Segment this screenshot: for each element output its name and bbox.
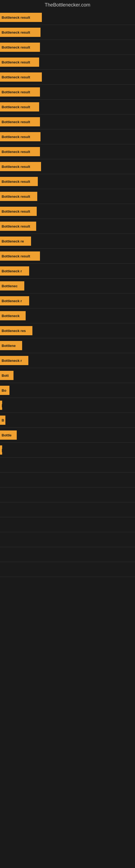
bottleneck-bar[interactable]: Bo	[0, 386, 9, 395]
bottleneck-bar[interactable]: Bottleneck result	[0, 72, 42, 82]
bar-row: Bottleneck result	[0, 40, 135, 55]
bar-label: Bottleneck result	[2, 209, 30, 214]
bar-row: Bottlenec	[0, 279, 135, 293]
bottleneck-bar[interactable]: Bottleneck result	[0, 132, 41, 141]
bar-row	[0, 488, 135, 502]
bar-label: Bottleneck result	[2, 90, 30, 94]
bar-row: Bottleneck result	[0, 129, 135, 144]
bar-row: Bottle	[0, 428, 135, 442]
bar-label: Bottle	[2, 433, 12, 437]
bottleneck-bar[interactable]: Bottleneck	[0, 311, 26, 320]
bottleneck-bar[interactable]: |	[0, 445, 2, 455]
bar-row: Bott	[0, 368, 135, 383]
bar-row	[0, 458, 135, 472]
bottleneck-bar[interactable]: Bottleneck result	[0, 207, 37, 216]
bottleneck-bar[interactable]: Bottleneck r	[0, 296, 29, 305]
bar-label: Bottleneck	[2, 314, 19, 318]
bar-label: |	[2, 448, 2, 452]
bar-label: Bottleneck r	[2, 299, 22, 303]
bottleneck-bar[interactable]: Bottleneck result	[0, 192, 37, 201]
bottleneck-bar[interactable]: Bottleneck r	[0, 267, 29, 276]
bar-label: Bottleneck result	[2, 60, 30, 64]
bottleneck-bar[interactable]: Bottleneck result	[0, 147, 40, 156]
bar-row: B	[0, 413, 135, 428]
bar-row: Bottleneck result	[0, 10, 135, 25]
bottleneck-bar[interactable]: Bottlene	[0, 341, 22, 350]
bottleneck-bar[interactable]: Bottleneck result	[0, 102, 39, 112]
bar-row: Bottleneck r	[0, 293, 135, 308]
bar-row: Bottleneck result	[0, 189, 135, 204]
bar-row: Bottleneck r	[0, 264, 135, 278]
bar-row: Bottleneck result	[0, 159, 135, 174]
bar-row: Bottleneck result	[0, 25, 135, 40]
bar-row	[0, 502, 135, 517]
bottleneck-bar[interactable]: B	[0, 415, 5, 425]
bottleneck-bar[interactable]: Bottleneck result	[0, 28, 41, 37]
bar-label: Bottleneck result	[2, 16, 30, 20]
bar-label: Bottleneck result	[2, 254, 30, 258]
bar-label: Bottleneck r	[2, 359, 22, 363]
bar-label: Bo	[2, 389, 6, 393]
bar-row: Bottleneck result	[0, 55, 135, 69]
bar-row	[0, 562, 135, 577]
bar-row: Bottleneck re	[0, 234, 135, 248]
bar-row	[0, 532, 135, 547]
bar-row	[0, 547, 135, 562]
bar-label: Bottleneck res	[2, 329, 26, 333]
bar-label: Bottleneck result	[2, 75, 30, 79]
bar-row: |	[0, 398, 135, 412]
bottleneck-bar[interactable]: |	[0, 401, 2, 410]
bottleneck-bar[interactable]: Bottleneck result	[0, 87, 40, 97]
bar-label: Bottleneck result	[2, 224, 30, 228]
site-title: TheBottlenecker.com	[0, 0, 135, 10]
bar-label: Bottleneck result	[2, 30, 30, 34]
bar-row: Bottleneck result	[0, 115, 135, 129]
bar-row: |	[0, 443, 135, 457]
bottleneck-bar[interactable]: Bottleneck result	[0, 177, 38, 186]
bar-row: Bottleneck r	[0, 353, 135, 368]
bar-row: Bo	[0, 383, 135, 398]
bar-label: Bottleneck result	[2, 150, 30, 154]
bar-row: Bottleneck result	[0, 219, 135, 234]
bar-label: Bottleneck result	[2, 135, 30, 139]
bottleneck-bar[interactable]: Bottleneck result	[0, 13, 42, 22]
bar-row: Bottleneck result	[0, 70, 135, 84]
bar-row: Bottleneck result	[0, 249, 135, 264]
bar-label: Bottleneck result	[2, 105, 30, 109]
bar-label: Bott	[2, 373, 9, 378]
bar-row: Bottleneck res	[0, 323, 135, 338]
bar-label: |	[2, 403, 2, 407]
bar-label: Bottlene	[2, 344, 16, 348]
bar-label: Bottleneck re	[2, 239, 24, 243]
bar-label: Bottleneck result	[2, 180, 30, 184]
bar-row: Bottleneck result	[0, 174, 135, 189]
bottleneck-bar[interactable]: Bottleneck result	[0, 58, 39, 67]
bar-label: Bottleneck r	[2, 269, 22, 273]
bottleneck-bar[interactable]: Bottle	[0, 431, 17, 440]
bar-row: Bottleneck result	[0, 144, 135, 159]
bar-row: Bottleneck	[0, 308, 135, 323]
bottleneck-bar[interactable]: Bottleneck re	[0, 237, 31, 246]
bottleneck-bar[interactable]: Bottleneck r	[0, 356, 28, 365]
bar-label: Bottleneck result	[2, 165, 30, 169]
bottleneck-bar[interactable]: Bottleneck result	[0, 42, 40, 52]
bar-row: Bottleneck result	[0, 85, 135, 99]
bottleneck-bar[interactable]: Bottleneck result	[0, 222, 36, 231]
row-divider	[0, 577, 135, 577]
bar-label: Bottleneck result	[2, 194, 30, 198]
bar-label: Bottlenec	[2, 284, 17, 288]
bar-row	[0, 517, 135, 532]
bars-container: Bottleneck resultBottleneck resultBottle…	[0, 10, 135, 577]
bottleneck-bar[interactable]: Bott	[0, 371, 13, 380]
bottleneck-bar[interactable]: Bottleneck result	[0, 251, 40, 261]
bar-label: B	[2, 418, 4, 422]
bottleneck-bar[interactable]: Bottleneck result	[0, 117, 40, 126]
bottleneck-bar[interactable]: Bottleneck result	[0, 162, 41, 171]
bar-row: Bottlene	[0, 338, 135, 353]
bottleneck-bar[interactable]: Bottlenec	[0, 281, 24, 290]
bar-label: Bottleneck result	[2, 120, 30, 124]
bar-row: Bottleneck result	[0, 99, 135, 114]
bar-row: Bottleneck result	[0, 204, 135, 219]
bottleneck-bar[interactable]: Bottleneck res	[0, 326, 32, 335]
bar-row	[0, 472, 135, 487]
